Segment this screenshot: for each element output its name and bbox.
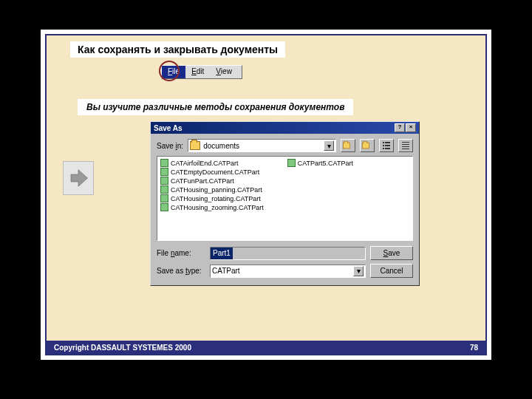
- svg-rect-6: [402, 142, 409, 143]
- file-item[interactable]: CATHousing_zooming.CATPart: [160, 203, 265, 211]
- help-button[interactable]: ?: [395, 123, 405, 132]
- savein-value: documents: [203, 142, 239, 150]
- svg-rect-0: [383, 142, 384, 143]
- file-column-1: CATAirfoilEnd.CATPart CATEmptyDocument.C…: [160, 159, 265, 238]
- slide-subtitle: Вы изучите различные методы сохранения д…: [78, 99, 353, 115]
- save-button[interactable]: Save: [370, 246, 413, 260]
- new-folder-icon: [362, 143, 369, 149]
- savein-label: Save in:: [157, 142, 183, 150]
- file-item[interactable]: CATHousing_rotating.CATPart: [160, 194, 265, 202]
- filename-value: Part1: [211, 248, 233, 259]
- up-folder-button[interactable]: [341, 139, 355, 152]
- file-item[interactable]: CATFunPart.CATPart: [160, 177, 265, 185]
- svg-rect-9: [402, 149, 409, 149]
- file-item[interactable]: CATEmptyDocument.CATPart: [160, 168, 265, 176]
- highlight-circle: [159, 61, 180, 81]
- filename-label: File name:: [157, 249, 205, 257]
- part-icon: [160, 159, 168, 167]
- part-icon: [160, 203, 168, 211]
- savetype-dropdown[interactable]: CATPart ▾: [210, 265, 366, 278]
- menu-view[interactable]: View: [210, 66, 238, 78]
- part-icon: [287, 159, 296, 167]
- svg-rect-5: [385, 148, 390, 149]
- savetype-value: CATPart: [212, 267, 240, 275]
- arrow-block: [63, 161, 94, 195]
- details-icon: [401, 141, 410, 150]
- file-item[interactable]: CATAirfoilEnd.CATPart: [160, 159, 265, 167]
- svg-rect-1: [383, 145, 384, 146]
- part-icon: [160, 194, 168, 202]
- slide-title: Как сохранять и закрывать документы: [70, 41, 285, 58]
- list-icon: [382, 141, 391, 150]
- dialog-titlebar[interactable]: Save As ? ×: [151, 122, 419, 134]
- part-icon: [160, 177, 168, 185]
- cancel-button[interactable]: Cancel: [370, 264, 413, 278]
- slide-footer: Copyright DASSAULT SYSTEMES 2000 78: [47, 341, 485, 354]
- list-view-button[interactable]: [379, 139, 394, 152]
- file-listing[interactable]: CATAirfoilEnd.CATPart CATEmptyDocument.C…: [157, 156, 413, 241]
- new-folder-button[interactable]: [360, 139, 375, 152]
- copyright: Copyright DASSAULT SYSTEMES 2000: [54, 344, 191, 352]
- svg-rect-8: [402, 146, 409, 147]
- slide: Как сохранять и закрывать документы File…: [45, 34, 487, 355]
- save-as-dialog: Save As ? × Save in: documents ▾: [150, 121, 420, 286]
- close-button[interactable]: ×: [406, 123, 416, 132]
- file-item[interactable]: CATHousing_panning.CATPart: [160, 185, 265, 194]
- folder-icon: [190, 141, 200, 150]
- filename-input[interactable]: Part1: [210, 247, 366, 260]
- savetype-label: Save as type:: [157, 267, 205, 275]
- part-icon: [160, 185, 168, 194]
- dialog-title: Save As: [154, 124, 394, 132]
- page-number: 78: [470, 344, 478, 352]
- details-view-button[interactable]: [398, 139, 413, 152]
- file-item[interactable]: CATPart5.CATPart: [287, 159, 354, 167]
- svg-rect-7: [402, 144, 409, 145]
- file-column-2: CATPart5.CATPart: [287, 159, 354, 238]
- savein-dropdown[interactable]: documents ▾: [188, 139, 336, 152]
- part-icon: [160, 168, 168, 176]
- svg-rect-2: [383, 148, 384, 149]
- svg-rect-3: [385, 142, 390, 143]
- chevron-down-icon: ▾: [353, 266, 364, 276]
- folder-up-icon: [343, 143, 350, 149]
- svg-rect-4: [385, 145, 390, 146]
- chevron-down-icon: ▾: [324, 140, 334, 151]
- arrow-right-icon: [67, 167, 89, 189]
- menu-edit[interactable]: Edit: [185, 66, 210, 78]
